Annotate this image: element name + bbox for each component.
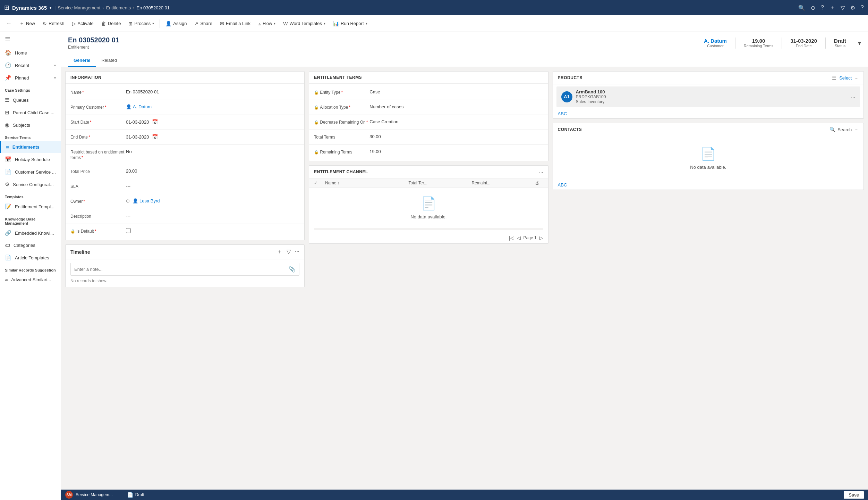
channel-name-col[interactable]: Name ↕ [325,181,406,185]
allocation-lock-icon: 🔒 [314,105,319,109]
process-button[interactable]: ⊞ Process ▾ [125,19,158,28]
value-total-terms[interactable]: 30.00 [369,133,543,139]
contacts-search-icon[interactable]: 🔍 [829,127,835,132]
channel-more-btn[interactable]: ··· [539,169,543,175]
app-name[interactable]: Dynamics 365 [12,5,47,11]
assign-button[interactable]: 👤 Assign [162,19,190,28]
sidebar-item-service-config[interactable]: ⚙ Service Configurat... [0,178,61,191]
page-prev-btn[interactable]: ◁ [517,235,521,241]
sidebar-item-categories[interactable]: 🏷 Categories [0,239,61,251]
sidebar-item-home[interactable]: 🏠 Home [0,47,61,59]
tab-related[interactable]: Related [96,54,122,67]
value-total-price[interactable]: 20.00 [126,168,299,174]
tabs: General Related [61,54,868,67]
process-arrow: ▾ [152,22,154,25]
products-more-btn[interactable]: ··· [854,75,859,81]
refresh-button[interactable]: ↻ Refresh [39,19,68,28]
report-arrow: ▾ [366,22,367,25]
sidebar-item-entitlement-templ[interactable]: 📝 Entitlement Templ... [0,200,61,213]
contacts-more-btn[interactable]: ··· [854,127,859,132]
breadcrumb-service-management[interactable]: Service Management [58,5,100,10]
is-default-checkbox[interactable] [126,228,131,233]
sidebar-item-recent[interactable]: 🕐 Recent ▾ [0,59,61,72]
value-primary-customer[interactable]: 👤 A. Datum [126,103,299,109]
contacts-search-label[interactable]: Search [837,127,852,132]
activate-button[interactable]: ▷ Activate [69,19,97,28]
search-nav-icon[interactable]: 🔍 [798,5,805,11]
meta-status[interactable]: Draft Status [834,38,846,48]
flow-button[interactable]: ⟁ Flow ▾ [255,19,279,28]
meta-customer-value: A. Datum [704,38,727,44]
value-end-date[interactable]: 31-03-2020 📅 [126,133,299,140]
app-grid-icon[interactable]: ⊞ [4,4,9,11]
sidebar-item-customer-service[interactable]: 📄 Customer Service ... [0,166,61,178]
channel-title: ENTITLEMENT CHANNEL [314,169,539,174]
sidebar-item-parent-child[interactable]: ⊞ Parent Child Case ... [0,106,61,119]
new-button[interactable]: ＋ New [16,18,39,29]
value-remaining-terms[interactable]: 19.00 [369,148,543,154]
products-card: PRODUCTS ☰ Select ··· A1 ArmBand 100 [553,71,864,119]
sidebar-item-article-templates[interactable]: 📄 Article Templates [0,251,61,264]
products-title: PRODUCTS [558,75,832,80]
timeline-note-input[interactable] [74,267,289,272]
timeline-add-icon[interactable]: ＋ [277,248,282,256]
sidebar-item-pinned[interactable]: 📌 Pinned ▾ [0,72,61,84]
back-btn[interactable]: ← [3,18,15,29]
value-name[interactable]: En 03052020 01 [126,89,299,94]
circle-check-icon[interactable]: ⊙ [811,5,815,11]
save-button[interactable]: Save [844,491,864,499]
email-link-button[interactable]: ✉ Email a Link [216,19,254,28]
app-name-arrow[interactable]: ▾ [50,6,52,10]
delete-button[interactable]: 🗑 Delete [98,19,125,28]
sidebar-item-embedded-knowl[interactable]: 🔗 Embedded Knowl... [0,227,61,239]
attach-icon[interactable]: 📎 [289,266,296,273]
breadcrumb-entitlements[interactable]: Entitlements [106,5,131,10]
products-select-link[interactable]: Select [839,75,852,81]
start-date-input: 01-03-2020 📅 [126,119,299,125]
timeline-more-icon[interactable]: ··· [295,248,299,256]
flow-icon: ⟁ [258,21,261,26]
meta-end-date[interactable]: 31-03-2020 End Date [790,38,817,48]
sidebar-item-entitlements[interactable]: ≡ Entitlements [0,141,61,153]
tab-general[interactable]: General [68,54,96,67]
sidebar-item-holiday-schedule[interactable]: 📅 Holiday Schedule [0,153,61,166]
value-start-date[interactable]: 01-03-2020 📅 [126,118,299,125]
product-item-more-btn[interactable]: ··· [851,94,855,100]
word-templates-button[interactable]: W Word Templates ▾ [280,19,329,28]
page-next-btn[interactable]: ▷ [539,235,543,241]
start-cal-icon[interactable]: 📅 [152,119,158,125]
sidebar-item-queues[interactable]: ☰ Queues [0,94,61,106]
contacts-abc-link[interactable]: ABC [553,180,863,190]
value-owner[interactable]: ⊙ 👤 Lesa Byrd [126,198,299,203]
sidebar-item-subjects[interactable]: ◉ Subjects [0,119,61,131]
plus-icon[interactable]: ＋ [829,4,835,11]
contacts-title: CONTACTS [558,127,830,132]
sidebar-label-article-templates: Article Templates [15,255,49,260]
sidebar-label-customer-service: Customer Service ... [15,169,56,175]
sidebar-item-advanced-similar[interactable]: ≈ Advanced Similari... [0,274,61,286]
value-description[interactable]: --- [126,212,299,218]
value-allocation-type[interactable]: Number of cases [369,103,543,109]
meta-remaining-terms[interactable]: 19.00 Remaining Terms [744,38,773,48]
article-templates-icon: 📄 [5,255,11,261]
value-sla[interactable]: --- [126,183,299,189]
filter-icon[interactable]: ▽ [841,5,845,11]
meta-customer[interactable]: A. Datum Customer [704,38,727,48]
value-is-default[interactable] [126,227,299,234]
run-report-button[interactable]: 📊 Run Report ▾ [330,19,371,28]
value-entity-type[interactable]: Case [369,89,543,94]
help-icon[interactable]: ? [861,5,864,11]
meta-sep-1 [735,38,735,49]
product-item-1[interactable]: A1 ArmBand 100 PRDPKGAB100 Sales Invento… [556,86,860,107]
timeline-filter-icon[interactable]: ▽ [287,248,291,256]
sidebar-toggle[interactable]: ☰ [0,32,61,47]
settings-icon[interactable]: ⚙ [850,5,855,11]
end-cal-icon[interactable]: 📅 [152,134,158,140]
value-restrict[interactable]: No [126,148,299,154]
products-abc-link[interactable]: ABC [553,109,863,118]
share-button[interactable]: ↗ Share [191,19,216,28]
expand-button[interactable]: ▾ [858,39,861,47]
page-first-btn[interactable]: |◁ [509,235,514,241]
question-icon[interactable]: ? [821,5,824,11]
value-decrease-remaining[interactable]: Case Creation [369,118,543,124]
